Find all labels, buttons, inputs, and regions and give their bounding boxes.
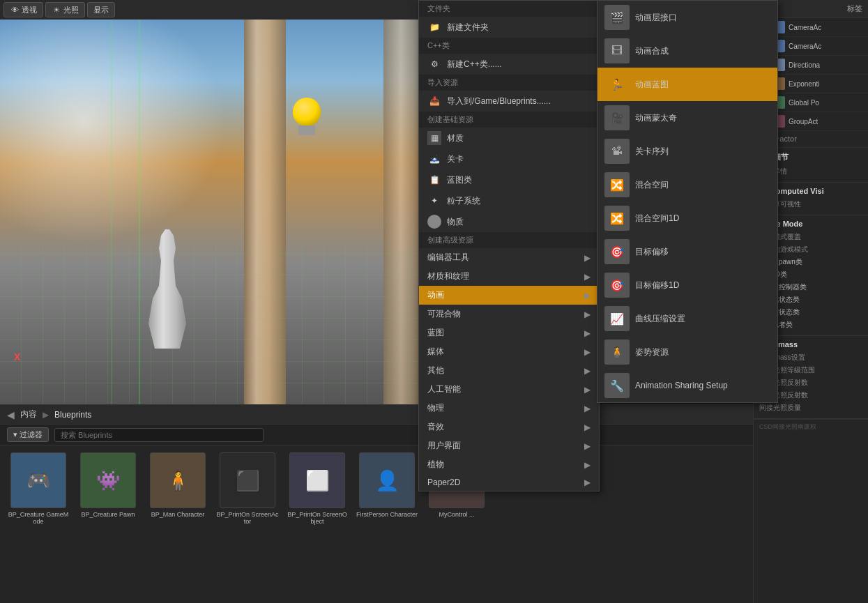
cpp-icon: ⚙ [427,57,441,71]
submenu-label-2: 动画蓝图 [635,79,669,91]
menu-paper2d[interactable]: Paper2D ▶ [419,474,599,491]
submenu-item-0[interactable]: 🎬 动画层接口 [597,1,777,34]
menu-new-cpp[interactable]: ⚙ 新建C++类...... [419,54,599,75]
back-label: 内容 [20,409,37,420]
viewport-toolbar: 👁 透视 ☀ 光照 显示 [0,0,418,20]
submenu-item-4[interactable]: 📽 关卡序列 [597,135,777,168]
menu-substance[interactable]: 物质 [419,211,599,232]
submenu-icon-2: 🏃 [604,72,630,97]
submenu-label-8: 目标偏移1D [635,280,679,291]
submenu-item-7[interactable]: 🎯 目标偏移 [597,235,777,268]
submenu-label-10: 姿势资源 [635,346,669,358]
axis-x-label: X [14,351,20,362]
asset-thumb-1: 👾 [80,452,136,508]
arrow-sound: ▶ [584,422,591,432]
asset-item-0[interactable]: 🎮 BP_Creature GameMode [7,452,70,525]
csd-label: CSD间接光照南废权 [754,419,868,434]
asset-thumb-0: 🎮 [10,452,66,508]
submenu-item-8[interactable]: 🎯 目标偏移1D [597,268,777,302]
submenu-icon-9: 📈 [604,306,630,331]
submenu-item-10[interactable]: 🧍 姿势资源 [597,335,777,369]
menu-media[interactable]: 媒体 ▶ [419,342,599,361]
actor-name-6: GroupAct [789,118,818,125]
asset-label-1: BP_Creature Pawn [81,511,135,518]
submenu-label-9: 曲线压缩设置 [635,313,685,325]
actor-name-1: CameraAc [789,24,821,31]
filter-button[interactable]: ▾ 过滤器 [7,427,49,442]
arrow-physics: ▶ [584,404,591,413]
lighting-icon: ☀ [52,5,61,15]
asset-thumb-3: ⬛ [220,452,275,508]
blueprint-icon: 📋 [427,173,441,187]
menu-blendable[interactable]: 可混合物 ▶ [419,305,599,323]
asset-label-2: BP_Man Character [151,511,205,518]
menu-material[interactable]: ▦ 材质 [419,128,599,148]
submenu-label-6: 混合空间1D [635,213,679,224]
section-folder: 文件夹 [419,1,599,17]
perspective-button[interactable]: 👁 透视 [3,2,43,17]
menu-editor-tool[interactable]: 编辑器工具 ▶ [419,248,599,267]
asset-item-3[interactable]: ⬛ BP_PrintOn ScreenActor [216,452,279,525]
submenu-label-11: Animation Sharing Setup [635,381,728,390]
search-input[interactable] [54,428,264,442]
actor-name-5: Global Po [789,99,819,107]
submenu-label-3: 动画蒙太奇 [635,112,677,124]
submenu-icon-10: 🧍 [604,339,630,365]
actor-name-4: Exponenti [789,80,819,88]
section-cpp: C++类 [419,38,599,54]
menu-foliage[interactable]: 植物 ▶ [419,455,599,474]
submenu-item-9[interactable]: 📈 曲线压缩设置 [597,302,777,335]
indirect-quality: 间接光照质量 [759,402,862,414]
asset-item-2[interactable]: 🧍 BP_Man Character [146,452,209,525]
submenu-icon-0: 🎬 [604,5,630,30]
dropdown-menu: 文件夹 📁 新建文件夹 C++类 ⚙ 新建C++类...... 导入资源 📥 导… [418,0,600,491]
asset-item-5[interactable]: 👤 FirstPerson Character [356,452,418,525]
menu-import[interactable]: 📥 导入到/Game/Blueprints...... [419,91,599,112]
menu-new-folder[interactable]: 📁 新建文件夹 [419,17,599,38]
submenu-label-7: 目标偏移 [635,246,669,258]
submenu-label-5: 混合空间 [635,179,669,191]
menu-particle[interactable]: ✦ 粒子系统 [419,190,599,211]
asset-item-1[interactable]: 👾 BP_Creature Pawn [77,452,139,525]
submenu-item-2[interactable]: 🏃 动画蓝图 [597,68,777,101]
submenu-icon-8: 🎯 [604,273,630,298]
asset-thumb-5: 👤 [359,452,415,508]
menu-ui[interactable]: 用户界面 ▶ [419,436,599,455]
menu-physics[interactable]: 物理 ▶ [419,399,599,418]
menu-ai[interactable]: 人工智能 ▶ [419,380,599,399]
section-advanced: 创建高级资源 [419,232,599,248]
asset-item-4[interactable]: ⬜ BP_PrintOn ScreenObject [286,452,349,525]
asset-label-4: BP_PrintOn ScreenObject [286,511,349,525]
arrow-editor-tool: ▶ [584,253,591,263]
actor-name-3: Directiona [789,61,820,69]
perspective-icon: 👁 [10,5,20,15]
asset-thumb-4: ⬜ [289,452,345,508]
show-button[interactable]: 显示 [87,2,115,17]
menu-material-texture[interactable]: 材质和纹理 ▶ [419,267,599,286]
animation-submenu: 🎬 动画层接口 🎞 动画合成 🏃 动画蓝图 🎥 动画蒙太奇 📽 关卡序列 🔀 混… [597,0,778,403]
main-viewport[interactable]: X [0,0,418,404]
menu-level[interactable]: 🗻 关卡 [419,148,599,169]
submenu-item-5[interactable]: 🔀 混合空间 [597,168,777,201]
menu-animation[interactable]: 动画 ▶ [419,286,599,305]
breadcrumb-path[interactable]: Blueprints [54,410,91,420]
actor-name-2: CameraAc [789,43,821,50]
nav-back-icon[interactable]: ◀ [7,409,15,420]
lighting-button[interactable]: ☀ 光照 [45,2,85,17]
filter-bar: ▾ 过滤器 [0,425,753,445]
arrow-material-texture: ▶ [584,272,591,282]
section-import: 导入资源 [419,75,599,91]
menu-other[interactable]: 其他 ▶ [419,361,599,380]
level-icon: 🗻 [427,152,441,166]
submenu-item-6[interactable]: 🔀 混合空间1D [597,201,777,235]
menu-blueprint2[interactable]: 蓝图 ▶ [419,323,599,342]
arrow-animation: ▶ [584,291,591,300]
submenu-item-1[interactable]: 🎞 动画合成 [597,34,777,68]
submenu-icon-3: 🎥 [604,105,630,130]
submenu-item-11[interactable]: 🔧 Animation Sharing Setup [597,369,777,402]
menu-blueprint-class[interactable]: 📋 蓝图类 [419,169,599,190]
menu-sound[interactable]: 音效 ▶ [419,418,599,436]
submenu-item-3[interactable]: 🎥 动画蒙太奇 [597,101,777,135]
arrow-media: ▶ [584,347,591,357]
folder-icon: 📁 [427,20,441,34]
